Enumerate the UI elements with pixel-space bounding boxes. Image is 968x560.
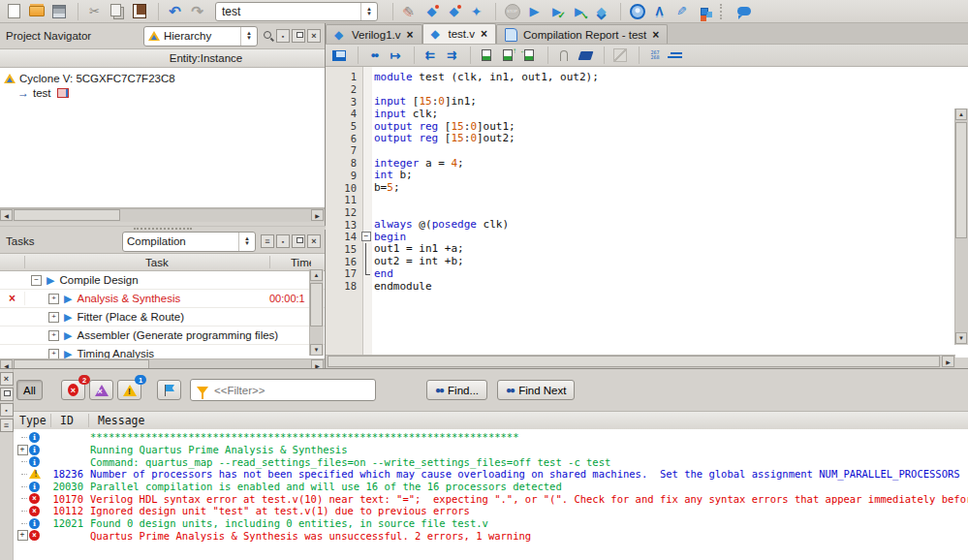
float-icon[interactable] xyxy=(292,234,305,248)
scroll-left-icon[interactable]: ◀ xyxy=(0,209,13,221)
scroll-thumb[interactable] xyxy=(955,122,967,238)
code-line[interactable]: 17end xyxy=(326,267,968,280)
code-line[interactable]: 4input clk; xyxy=(326,108,968,120)
close-icon[interactable] xyxy=(307,234,321,248)
bookmark-icon[interactable] xyxy=(477,47,496,65)
scroll-thumb[interactable] xyxy=(310,283,323,327)
start-partial-icon[interactable] xyxy=(569,2,589,21)
code-line[interactable]: 12 xyxy=(326,206,968,219)
new-assignment-icon[interactable] xyxy=(399,2,420,21)
scroll-right-icon[interactable]: ▶ xyxy=(311,209,324,221)
close-tab-icon[interactable]: × xyxy=(652,28,659,42)
indent-dec-icon[interactable] xyxy=(421,47,440,65)
scroll-up-icon[interactable]: ▲ xyxy=(955,109,967,120)
code-line[interactable]: 7 xyxy=(326,144,968,157)
start-analysis-icon[interactable] xyxy=(546,2,567,21)
find-icon[interactable] xyxy=(364,47,384,65)
new-file-icon[interactable] xyxy=(4,2,24,21)
assembler-icon[interactable] xyxy=(591,2,611,21)
undo-icon[interactable] xyxy=(165,2,185,21)
code-line[interactable]: 1module test (clk, in1, out1, out2); xyxy=(326,71,968,83)
task-row[interactable]: ×+▶Analysis & Synthesis00:00:1 xyxy=(0,290,325,308)
goto-icon[interactable] xyxy=(386,47,405,65)
expand-icon[interactable]: + xyxy=(48,349,59,359)
attach-icon[interactable] xyxy=(554,47,574,65)
code-line[interactable]: 6output reg [15:0]out2; xyxy=(326,132,968,144)
close-tab-icon[interactable]: × xyxy=(481,27,487,41)
find-next-button[interactable]: Find Next xyxy=(497,380,575,400)
scroll-down-icon[interactable]: ▼ xyxy=(955,332,967,344)
pin-icon[interactable] xyxy=(276,29,290,43)
expand-icon[interactable]: + xyxy=(48,312,59,323)
pin-icon[interactable] xyxy=(0,403,14,417)
task-row[interactable]: +▶Assembler (Generate programming files) xyxy=(0,327,325,345)
bookmark-next-icon[interactable] xyxy=(498,47,517,65)
find-button[interactable]: Find... xyxy=(426,380,487,400)
code-line[interactable]: 9int b; xyxy=(326,170,968,182)
scroll-right-icon[interactable]: ▶ xyxy=(942,356,954,367)
float-icon[interactable] xyxy=(292,29,305,43)
fold-marker-icon[interactable] xyxy=(357,243,372,256)
netlist-viewer-icon[interactable] xyxy=(649,2,670,21)
pin-icon[interactable] xyxy=(276,234,290,248)
programmer-icon[interactable] xyxy=(694,2,714,21)
filter-flagged-button[interactable] xyxy=(157,380,181,400)
stop-icon[interactable] xyxy=(502,2,522,21)
filter-all-button[interactable]: All xyxy=(16,380,43,400)
message-row[interactable]: i20030Parallel compilation is enabled an… xyxy=(14,481,968,493)
code-line[interactable]: 16out2 = int +b; xyxy=(326,255,968,267)
message-row[interactable]: 18236Number of processors has not been s… xyxy=(14,468,968,481)
expand-icon[interactable]: − xyxy=(31,275,42,286)
code-editor[interactable]: 1module test (clk, in1, out1, out2);23in… xyxy=(326,67,968,358)
code-line[interactable]: 10b=5; xyxy=(326,181,968,194)
code-line[interactable]: 2 xyxy=(326,83,968,96)
combo-spinner-icon[interactable]: ▲▼ xyxy=(360,3,377,20)
paste-icon[interactable] xyxy=(129,2,149,21)
code-line[interactable]: 8integer a = 4; xyxy=(326,157,968,170)
wrap-icon[interactable] xyxy=(667,47,686,65)
open-project-icon[interactable] xyxy=(26,2,47,21)
combo-spinner-icon[interactable]: ▲▼ xyxy=(240,27,257,46)
code-line[interactable]: 15out1 = in1 +a; xyxy=(326,243,968,256)
assignment-editor-icon[interactable] xyxy=(444,2,464,21)
scroll-thumb[interactable] xyxy=(328,356,940,367)
message-row[interactable]: i***************************************… xyxy=(14,431,968,444)
message-row[interactable]: +iRunning Quartus Prime Analysis & Synth… xyxy=(14,444,968,456)
filter-input[interactable] xyxy=(212,384,375,397)
search-icon[interactable] xyxy=(263,30,274,42)
code-line[interactable]: 5output reg [15:0]out1; xyxy=(326,120,968,133)
expand-icon[interactable]: + xyxy=(17,530,28,541)
expand-icon[interactable]: + xyxy=(48,294,59,304)
copy-icon[interactable] xyxy=(107,2,127,21)
filter-warnings-button[interactable]: 1 xyxy=(117,380,141,400)
tree-item[interactable]: →test xyxy=(0,85,325,100)
menu-icon[interactable] xyxy=(261,234,274,248)
syntax-off-icon[interactable] xyxy=(610,47,630,65)
message-row[interactable]: ×10170Verilog HDL syntax error at test.v… xyxy=(14,492,968,505)
close-icon[interactable] xyxy=(0,372,14,386)
message-branch[interactable]: + xyxy=(14,445,29,455)
filter-critical-warnings-button[interactable] xyxy=(89,380,113,400)
scroll-thumb[interactable] xyxy=(14,209,120,221)
line-numbers-icon[interactable]: 267 268 xyxy=(645,47,665,65)
chat-icon[interactable] xyxy=(734,2,754,21)
start-compilation-icon[interactable] xyxy=(524,2,545,21)
code-line[interactable]: 3input [15:0]in1; xyxy=(326,95,968,108)
fold-marker-icon[interactable] xyxy=(357,255,372,267)
close-tab-icon[interactable]: × xyxy=(407,28,414,42)
tab-test-v[interactable]: test.v× xyxy=(422,23,497,44)
cut-icon[interactable] xyxy=(84,2,105,21)
expand-icon[interactable]: + xyxy=(48,330,59,341)
toolbar-handle[interactable] xyxy=(720,4,728,19)
expand-icon[interactable]: + xyxy=(17,445,28,455)
fold-marker-icon[interactable] xyxy=(357,231,372,243)
scroll-down-icon[interactable]: ▼ xyxy=(310,344,323,356)
code-line[interactable]: 14begin xyxy=(326,231,968,243)
tab-compilation-report-test[interactable]: Compilation Report - test× xyxy=(496,24,668,44)
settings-icon[interactable] xyxy=(422,2,442,21)
timing-analyzer-icon[interactable] xyxy=(627,2,647,21)
message-row[interactable]: +×Quartus Prime Analysis & Synthesis was… xyxy=(14,530,968,543)
fold-marker-icon[interactable] xyxy=(357,267,372,280)
message-branch[interactable]: + xyxy=(14,530,29,541)
scroll-up-icon[interactable]: ▲ xyxy=(310,269,323,281)
